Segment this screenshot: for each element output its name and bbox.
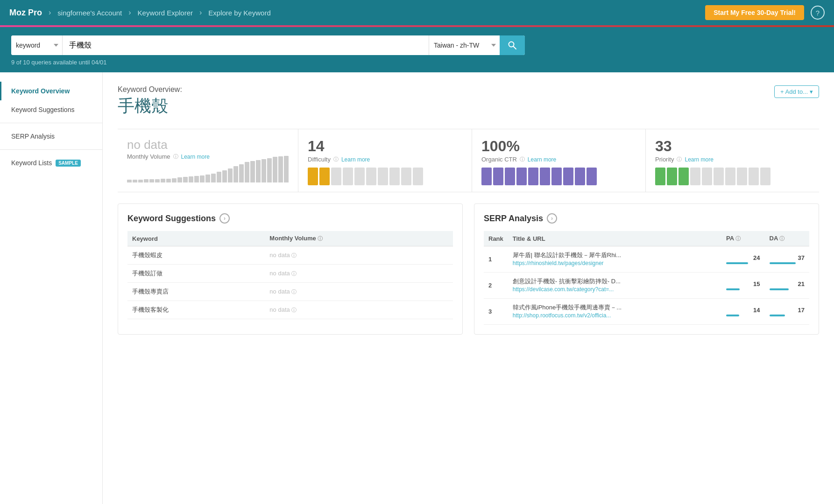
organic-ctr-info-icon[interactable]: ⓘ	[520, 156, 525, 163]
search-input[interactable]	[63, 35, 429, 55]
keyword-suggestions-title-text: Keyword Suggestions	[127, 214, 216, 224]
add-to-label: + Add to...	[780, 88, 808, 95]
brand-name: Moz Pro	[9, 8, 42, 18]
keyword-suggestions-title: Keyword Suggestions ›	[127, 213, 453, 224]
sa-rank: 3	[484, 298, 508, 324]
ks-keyword: 手機殼訂做	[127, 265, 265, 283]
search-type-select[interactable]: keyword root domain subdomain page	[11, 35, 63, 55]
organic-ctr-learn-more[interactable]: Learn more	[528, 156, 556, 163]
sidebar-label-keyword-overview: Keyword Overview	[11, 87, 70, 95]
nav-keyword-explorer[interactable]: Keyword Explorer	[138, 9, 193, 17]
keyword-suggestions-nav-icon[interactable]: ›	[219, 213, 230, 224]
sa-rank: 1	[484, 246, 508, 273]
table-row: 手機殼客製化 no data ⓘ	[127, 301, 453, 319]
priority-info-icon[interactable]: ⓘ	[677, 156, 682, 163]
sidebar-item-keyword-overview[interactable]: Keyword Overview	[0, 82, 102, 100]
table-row: 手機殼專賣店 no data ⓘ	[127, 283, 453, 301]
nav-separator-1: ›	[49, 8, 51, 17]
nav-separator-2: ›	[128, 8, 131, 17]
metric-organic-ctr: 100% Organic CTR ⓘ Learn more	[472, 129, 646, 192]
ks-volume: no data ⓘ	[265, 246, 453, 265]
sidebar-item-keyword-suggestions[interactable]: Keyword Suggestions	[0, 100, 102, 119]
sa-pa: 14	[721, 298, 764, 324]
serp-analysis-nav-icon[interactable]: ›	[547, 213, 557, 224]
table-row: 手機殼訂做 no data ⓘ	[127, 265, 453, 283]
sa-url[interactable]: https://devilcase.com.tw/category?cat=..…	[513, 286, 717, 294]
priority-value: 33	[655, 138, 810, 155]
ks-row-info[interactable]: ⓘ	[291, 289, 297, 294]
difficulty-label: Difficulty	[308, 156, 331, 163]
keyword-suggestions-table: Keyword Monthly Volume ⓘ 手機殼蝦皮 no data ⓘ…	[127, 231, 453, 319]
ks-volume-info[interactable]: ⓘ	[318, 236, 323, 241]
sidebar-item-serp-analysis[interactable]: SERP Analysis	[0, 127, 102, 146]
add-to-chevron: ▾	[810, 88, 813, 95]
sa-title-url: 韓式作風iPhone手機殼手機周邊專賣－... http://shop.root…	[508, 298, 721, 324]
sa-pa: 15	[721, 272, 764, 298]
sa-title-text: 創意設計手機殼- 抗衝擊彩繪防摔殼- D...	[513, 277, 717, 286]
ks-keyword: 手機殼蝦皮	[127, 246, 265, 265]
priority-bar	[655, 168, 810, 185]
monthly-volume-chart	[127, 165, 289, 182]
search-icon	[508, 41, 517, 50]
sa-title-url: 創意設計手機殼- 抗衝擊彩繪防摔殼- D... https://devilcas…	[508, 272, 721, 298]
search-button[interactable]	[500, 35, 525, 55]
sa-col-rank: Rank	[484, 231, 508, 246]
sidebar-item-keyword-lists[interactable]: Keyword Lists SAMPLE	[0, 154, 102, 172]
ks-keyword: 手機殼專賣店	[127, 283, 265, 301]
content-area: Keyword Overview: 手機殼 + Add to... ▾ no d…	[103, 72, 834, 504]
difficulty-value: 14	[308, 138, 462, 155]
table-row: 2 創意設計手機殼- 抗衝擊彩繪防摔殼- D... https://devilc…	[484, 272, 809, 298]
nav-account[interactable]: singfornee's Account	[57, 9, 122, 17]
sa-url[interactable]: https://rhinoshield.tw/pages/designer	[513, 259, 717, 267]
difficulty-learn-more[interactable]: Learn more	[341, 156, 370, 163]
table-row: 3 韓式作風iPhone手機殼手機周邊專賣－... http://shop.ro…	[484, 298, 809, 324]
ks-volume: no data ⓘ	[265, 301, 453, 319]
sa-col-da: DA ⓘ	[765, 231, 810, 246]
sidebar-label-serp-analysis: SERP Analysis	[11, 133, 55, 140]
sa-da: 37	[765, 246, 810, 273]
add-to-row: + Add to... ▾	[774, 85, 819, 98]
ks-row-info[interactable]: ⓘ	[291, 252, 297, 258]
ks-volume: no data ⓘ	[265, 283, 453, 301]
difficulty-info-icon[interactable]: ⓘ	[333, 156, 339, 163]
sidebar-label-keyword-lists: Keyword Lists	[11, 159, 52, 167]
overview-header: Keyword Overview: 手機殼	[118, 85, 182, 129]
organic-ctr-label-row: Organic CTR ⓘ Learn more	[481, 156, 636, 163]
metric-monthly-volume: no data Monthly Volume ⓘ Learn more	[118, 129, 298, 192]
monthly-volume-info-icon[interactable]: ⓘ	[173, 153, 178, 160]
serp-analysis-table: Rank Title & URL PA ⓘ DA ⓘ 1 犀牛盾| 聯名設計款手…	[484, 231, 809, 325]
sa-title-text: 韓式作風iPhone手機殼手機周邊專賣－...	[513, 303, 717, 312]
overview-title: Keyword Overview:	[118, 85, 182, 94]
ks-row-info[interactable]: ⓘ	[291, 307, 297, 313]
sa-rank: 2	[484, 272, 508, 298]
monthly-volume-learn-more[interactable]: Learn more	[181, 154, 210, 160]
add-to-button[interactable]: + Add to... ▾	[774, 85, 819, 98]
ks-col-keyword: Keyword	[127, 231, 265, 246]
difficulty-label-row: Difficulty ⓘ Learn more	[308, 156, 462, 163]
metric-priority: 33 Priority ⓘ Learn more	[646, 129, 819, 192]
svg-line-1	[514, 47, 516, 49]
help-button[interactable]: ?	[811, 6, 825, 20]
sa-col-title: Title & URL	[508, 231, 721, 246]
sa-title-url: 犀牛盾| 聯名設計款手機殼－犀牛盾Rhi... https://rhinoshi…	[508, 246, 721, 273]
organic-ctr-label: Organic CTR	[481, 156, 517, 163]
nav-separator-3: ›	[199, 8, 202, 17]
bottom-panels: Keyword Suggestions › Keyword Monthly Vo…	[118, 203, 819, 335]
ks-row-info[interactable]: ⓘ	[291, 271, 297, 276]
trial-button[interactable]: Start My Free 30-Day Trial!	[705, 5, 804, 20]
search-section: keyword root domain subdomain page Taiwa…	[0, 27, 834, 72]
priority-learn-more[interactable]: Learn more	[685, 156, 713, 163]
query-info: 9 of 10 queries available until 04/01	[11, 59, 823, 66]
sa-url[interactable]: http://shop.rootfocus.com.tw/v2/officia.…	[513, 312, 717, 320]
keyword-suggestions-panel: Keyword Suggestions › Keyword Monthly Vo…	[118, 203, 463, 335]
nav-explore-by-keyword[interactable]: Explore by Keyword	[208, 9, 270, 17]
ks-keyword: 手機殼客製化	[127, 301, 265, 319]
main-layout: Keyword Overview Keyword Suggestions SER…	[0, 72, 834, 504]
table-row: 手機殼蝦皮 no data ⓘ	[127, 246, 453, 265]
sa-col-pa: PA ⓘ	[721, 231, 764, 246]
organic-ctr-bar	[481, 168, 636, 185]
difficulty-bar	[308, 168, 462, 185]
monthly-volume-label: Monthly Volume	[127, 153, 170, 160]
ks-volume: no data ⓘ	[265, 265, 453, 283]
locale-select[interactable]: Taiwan - zh-TW United States - en	[429, 35, 500, 55]
